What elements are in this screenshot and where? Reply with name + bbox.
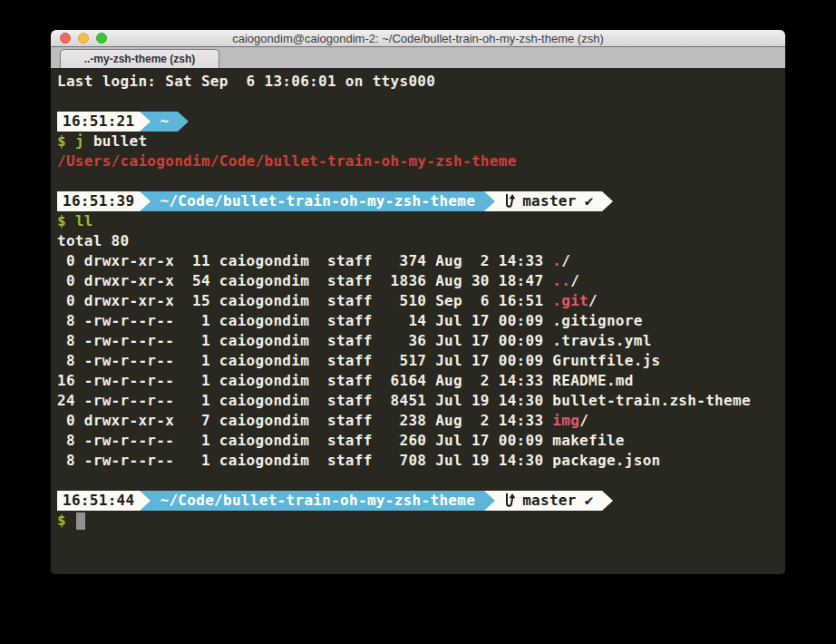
window-title: caiogondim@caiogondim-2: ~/Code/bullet-t… xyxy=(232,32,604,45)
ls-row: 0 drwxr-xr-x 54 caiogondim staff 1836 Au… xyxy=(57,271,785,291)
ls-suffix: / xyxy=(579,412,588,429)
ls-row: 0 drwxr-xr-x 11 caiogondim staff 374 Aug… xyxy=(57,251,785,271)
ls-filename: img xyxy=(552,412,579,429)
ls-filename: Gruntfile.js xyxy=(552,352,660,369)
ls-filename: README.md xyxy=(552,372,633,389)
powerline-arrow-icon xyxy=(484,191,495,211)
git-branch-icon xyxy=(503,492,517,510)
tab-zsh[interactable]: ..-my-zsh-theme (zsh) xyxy=(60,49,219,68)
ls-filename: .git xyxy=(552,292,588,309)
ls-suffix: / xyxy=(570,272,579,289)
blank-line xyxy=(57,471,785,491)
prompt-line-2: 16:51:39 ~/Code/bullet-train-oh-my-zsh-t… xyxy=(57,191,785,211)
prompt-dir-segment: ~/Code/bullet-train-oh-my-zsh-theme xyxy=(151,191,484,211)
git-branch-icon xyxy=(503,192,517,210)
ls-row: 16 -rw-r--r-- 1 caiogondim staff 6164 Au… xyxy=(57,371,785,391)
command-line-2: $ll xyxy=(57,211,785,231)
ls-row: 8 -rw-r--r-- 1 caiogondim staff 260 Jul … xyxy=(57,431,785,451)
tab-label: ..-my-zsh-theme (zsh) xyxy=(84,53,196,65)
ls-filename: .. xyxy=(552,272,570,289)
prompt-symbol: $ xyxy=(57,512,66,529)
ls-meta: 0 drwxr-xr-x 15 caiogondim staff 510 Sep… xyxy=(57,292,552,309)
ls-total-line: total 80 xyxy=(57,231,785,251)
ls-row: 8 -rw-r--r-- 1 caiogondim staff 708 Jul … xyxy=(57,451,785,471)
ls-filename: package.json xyxy=(552,452,660,469)
command-text: j xyxy=(75,132,84,150)
zoom-button[interactable] xyxy=(96,33,107,44)
ls-meta: 8 -rw-r--r-- 1 caiogondim staff 260 Jul … xyxy=(57,432,552,449)
prompt-line-1: 16:51:21 ~ xyxy=(57,112,785,132)
command-text: ll xyxy=(75,212,93,229)
command-line-1: $jbullet xyxy=(57,132,785,151)
ls-filename: bullet-train.zsh-theme xyxy=(552,392,751,409)
git-clean-check-icon: ✔ xyxy=(585,191,594,211)
ls-row: 0 drwxr-xr-x 7 caiogondim staff 238 Aug … xyxy=(57,411,785,431)
prompt-symbol: $ xyxy=(57,212,66,229)
ls-filename: makefile xyxy=(552,432,624,449)
text-cursor xyxy=(76,512,85,530)
ls-meta: 8 -rw-r--r-- 1 caiogondim staff 517 Jul … xyxy=(57,352,552,369)
ls-row: 8 -rw-r--r-- 1 caiogondim staff 14 Jul 1… xyxy=(57,311,785,331)
ls-meta: 16 -rw-r--r-- 1 caiogondim staff 6164 Au… xyxy=(57,372,552,389)
powerline-arrow-icon xyxy=(178,112,189,132)
git-clean-check-icon: ✔ xyxy=(585,491,594,511)
powerline-arrow-icon xyxy=(140,112,151,132)
blank-line xyxy=(57,171,785,191)
git-branch-name: master xyxy=(522,191,577,211)
ls-meta: 8 -rw-r--r-- 1 caiogondim staff 36 Jul 1… xyxy=(57,332,552,349)
ls-row: 0 drwxr-xr-x 15 caiogondim staff 510 Sep… xyxy=(57,291,785,311)
ls-meta: 0 drwxr-xr-x 54 caiogondim staff 1836 Au… xyxy=(57,272,552,289)
ls-meta: 24 -rw-r--r-- 1 caiogondim staff 8451 Ju… xyxy=(57,392,552,409)
input-line[interactable]: $ xyxy=(57,511,785,531)
git-branch-name: master xyxy=(522,491,577,511)
powerline-arrow-icon xyxy=(140,191,151,211)
minimize-button[interactable] xyxy=(78,33,89,44)
ls-suffix: / xyxy=(561,252,570,269)
ls-filename: . xyxy=(552,252,561,269)
ls-row: 8 -rw-r--r-- 1 caiogondim staff 517 Jul … xyxy=(57,351,785,371)
ls-filename: .travis.yml xyxy=(552,332,651,349)
ls-meta: 0 drwxr-xr-x 11 caiogondim staff 374 Aug… xyxy=(57,252,552,269)
tab-bar: ..-my-zsh-theme (zsh) xyxy=(51,47,785,68)
ls-row: 8 -rw-r--r-- 1 caiogondim staff 36 Jul 1… xyxy=(57,331,785,351)
prompt-git-segment: master ✔ xyxy=(495,191,602,211)
ls-filename: .gitignore xyxy=(552,312,642,329)
title-bar[interactable]: caiogondim@caiogondim-2: ~/Code/bullet-t… xyxy=(51,30,785,47)
terminal-window: caiogondim@caiogondim-2: ~/Code/bullet-t… xyxy=(51,30,785,574)
prompt-time-segment: 16:51:39 xyxy=(57,191,140,211)
powerline-arrow-icon xyxy=(602,491,613,511)
terminal-screen[interactable]: Last login: Sat Sep 6 13:06:01 on ttys00… xyxy=(51,68,785,573)
ls-row: 24 -rw-r--r-- 1 caiogondim staff 8451 Ju… xyxy=(57,391,785,411)
powerline-arrow-icon xyxy=(140,491,151,511)
prompt-time-segment: 16:51:21 xyxy=(57,112,140,132)
ls-suffix: / xyxy=(588,292,598,309)
command-args: bullet xyxy=(93,132,148,150)
traffic-lights xyxy=(60,30,107,46)
close-button[interactable] xyxy=(60,33,71,44)
prompt-time-segment: 16:51:44 xyxy=(57,491,140,511)
ls-meta: 0 drwxr-xr-x 7 caiogondim staff 238 Aug … xyxy=(57,412,552,429)
ls-meta: 8 -rw-r--r-- 1 caiogondim staff 14 Jul 1… xyxy=(57,312,552,329)
powerline-arrow-icon xyxy=(484,491,495,511)
prompt-dir-segment: ~ xyxy=(151,112,178,132)
prompt-git-segment: master ✔ xyxy=(495,491,602,511)
output-path-line: /Users/caiogondim/Code/bullet-train-oh-m… xyxy=(57,151,785,171)
powerline-arrow-icon xyxy=(602,191,613,211)
prompt-dir-segment: ~/Code/bullet-train-oh-my-zsh-theme xyxy=(151,491,484,511)
blank-line xyxy=(57,92,785,112)
prompt-line-3: 16:51:44 ~/Code/bullet-train-oh-my-zsh-t… xyxy=(57,491,785,511)
prompt-symbol: $ xyxy=(57,132,66,150)
ls-meta: 8 -rw-r--r-- 1 caiogondim staff 708 Jul … xyxy=(57,452,552,469)
last-login-line: Last login: Sat Sep 6 13:06:01 on ttys00… xyxy=(57,72,785,92)
